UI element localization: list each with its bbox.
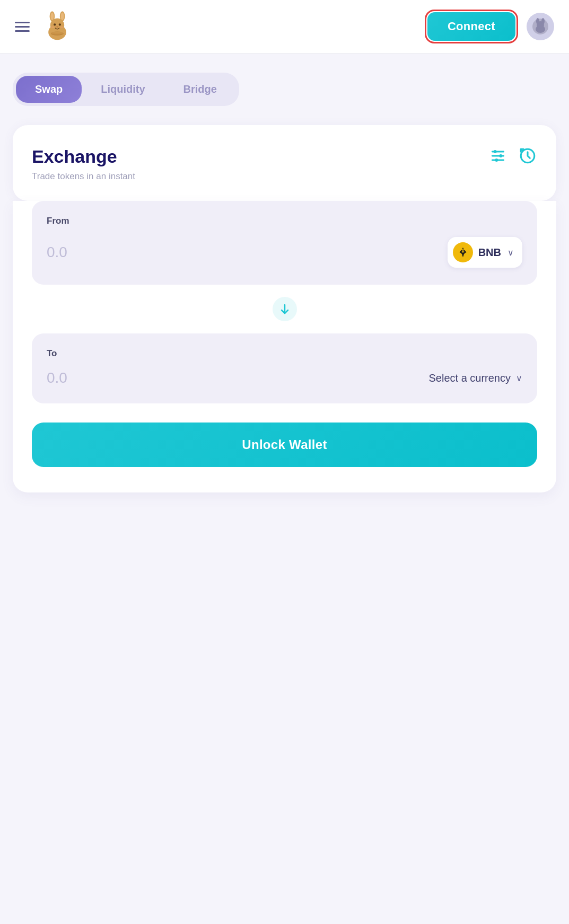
swap-direction-button[interactable] xyxy=(271,295,299,323)
swap-arrow-container xyxy=(32,285,537,333)
pancakeswap-logo-icon xyxy=(41,11,73,42)
currency-chevron-icon: ∨ xyxy=(516,373,522,383)
to-label: To xyxy=(47,348,522,359)
from-amount[interactable]: 0.0 xyxy=(47,244,67,261)
from-label: From xyxy=(47,216,522,226)
to-token-row: 0.0 Select a currency ∨ xyxy=(47,369,522,386)
bnb-token-name: BNB xyxy=(478,247,501,259)
svg-point-7 xyxy=(59,23,61,25)
bnb-icon xyxy=(453,242,473,262)
settings-icon[interactable] xyxy=(488,146,507,165)
svg-point-17 xyxy=(536,18,539,24)
connect-button-wrapper: Connect xyxy=(425,10,518,43)
from-token-box: From 0.0 BNB xyxy=(32,201,537,285)
exchange-header: Exchange Trade tokens in an instant xyxy=(32,146,537,182)
svg-point-18 xyxy=(541,18,545,24)
user-avatar-icon xyxy=(532,18,549,35)
svg-point-8 xyxy=(56,26,58,27)
svg-point-23 xyxy=(499,154,502,157)
bnb-token-selector[interactable]: BNB ∨ xyxy=(448,237,522,268)
svg-point-3 xyxy=(50,13,54,20)
unlock-wallet-button[interactable]: Unlock Wallet xyxy=(32,423,537,467)
exchange-subtitle: Trade tokens in an instant xyxy=(32,171,488,182)
svg-point-22 xyxy=(494,150,497,153)
tab-swap[interactable]: Swap xyxy=(16,76,82,103)
hamburger-menu-icon[interactable] xyxy=(15,22,30,32)
exchange-title: Exchange xyxy=(32,146,488,167)
avatar-icon[interactable] xyxy=(527,13,554,40)
tabs-container: Swap Liquidity Bridge xyxy=(13,73,239,106)
bnb-logo-icon xyxy=(457,247,469,258)
bnb-chevron-icon: ∨ xyxy=(507,248,514,258)
logo[interactable] xyxy=(40,10,74,43)
transaction-history-icon[interactable] xyxy=(518,146,537,165)
arrow-down-icon xyxy=(278,303,291,315)
svg-point-10 xyxy=(60,26,63,28)
svg-point-9 xyxy=(51,26,55,28)
header-right: Connect xyxy=(425,10,554,43)
exchange-actions xyxy=(488,146,537,165)
connect-button[interactable]: Connect xyxy=(427,12,515,41)
currency-selector[interactable]: Select a currency ∨ xyxy=(428,372,522,384)
svg-point-6 xyxy=(54,23,56,25)
to-token-box: To 0.0 Select a currency ∨ xyxy=(32,333,537,403)
exchange-card: Exchange Trade tokens in an instant xyxy=(13,125,556,201)
currency-selector-text: Select a currency xyxy=(428,372,511,384)
svg-point-13 xyxy=(51,32,63,34)
swap-section: From 0.0 BNB xyxy=(13,201,556,492)
svg-point-24 xyxy=(495,159,498,162)
to-amount[interactable]: 0.0 xyxy=(47,369,67,386)
exchange-title-area: Exchange Trade tokens in an instant xyxy=(32,146,488,182)
header-left xyxy=(15,10,74,43)
header: Connect xyxy=(0,0,569,54)
tab-liquidity[interactable]: Liquidity xyxy=(82,76,164,103)
svg-point-5 xyxy=(61,13,64,20)
main-content: Swap Liquidity Bridge Exchange Trade tok… xyxy=(0,54,569,518)
tab-bridge[interactable]: Bridge xyxy=(164,76,236,103)
from-token-row: 0.0 BNB ∨ xyxy=(47,237,522,268)
